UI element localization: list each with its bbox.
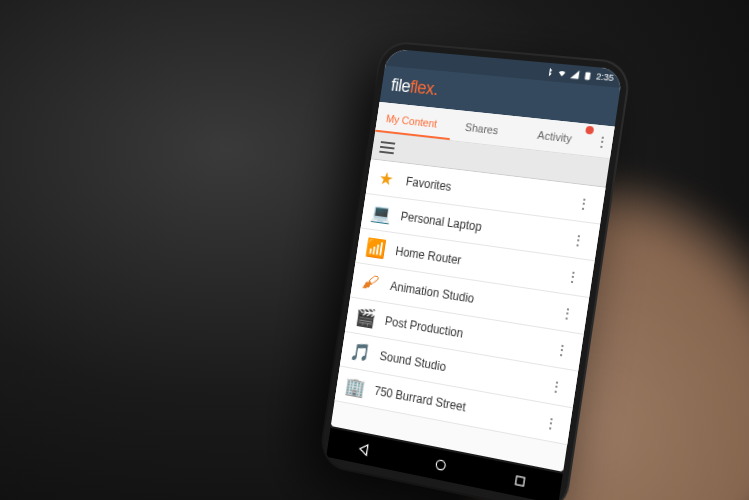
view-toggle-icon[interactable]	[379, 141, 395, 154]
back-icon[interactable]	[356, 439, 375, 460]
battery-icon	[582, 70, 593, 81]
star-icon: ★	[374, 166, 399, 192]
item-overflow-menu[interactable]: ⋮	[566, 230, 590, 249]
laptop-icon: 💻	[369, 200, 394, 226]
item-overflow-menu[interactable]: ⋮	[572, 194, 596, 213]
content-list[interactable]: ★ Favorites ⋮ 💻 Personal Laptop ⋮ 📶 Home…	[331, 159, 606, 471]
home-icon[interactable]	[431, 454, 451, 475]
app-logo: fileflex.	[390, 75, 440, 100]
bluetooth-icon	[544, 67, 555, 78]
recents-icon[interactable]	[510, 470, 530, 492]
wifi-icon	[557, 68, 568, 79]
item-overflow-menu[interactable]: ⋮	[539, 413, 563, 433]
building-icon: 🏢	[343, 373, 368, 400]
item-overflow-menu[interactable]: ⋮	[561, 267, 585, 286]
music-icon: 🎵	[348, 338, 373, 365]
tab-shares[interactable]: Shares	[444, 111, 520, 146]
svg-point-1	[436, 460, 446, 471]
status-time: 2:35	[595, 71, 614, 83]
item-overflow-menu[interactable]: ⋮	[550, 340, 574, 360]
svg-rect-2	[515, 476, 524, 486]
router-icon: 📶	[363, 235, 388, 261]
tab-activity[interactable]: Activity	[516, 118, 595, 154]
paintbrush-icon: 🖌	[358, 269, 383, 295]
item-overflow-menu[interactable]: ⋮	[555, 303, 579, 323]
svg-rect-0	[585, 72, 591, 80]
tabs-overflow-menu[interactable]: ⋮	[591, 132, 614, 150]
signal-icon	[570, 69, 581, 80]
film-icon: 🎬	[353, 304, 378, 331]
item-overflow-menu[interactable]: ⋮	[544, 376, 568, 396]
